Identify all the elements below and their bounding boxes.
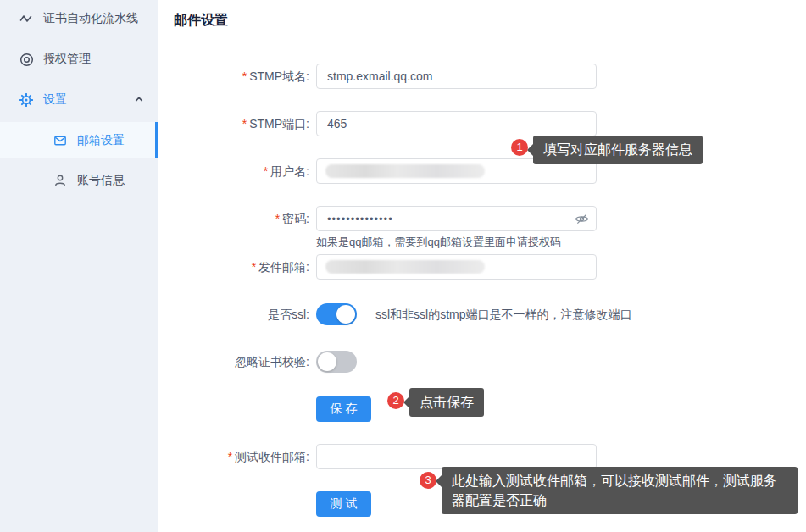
test-email-label: *测试收件邮箱: bbox=[158, 444, 309, 469]
password-input[interactable] bbox=[316, 206, 597, 231]
ssl-toggle[interactable] bbox=[316, 303, 357, 325]
password-row: *密码: 如果是qq邮箱，需要到qq邮箱设置里面申请授权码 bbox=[158, 206, 806, 250]
mail-settings-form: *STMP域名: *STMP端口: *用户名: *密码: bbox=[158, 42, 806, 517]
test-button[interactable]: 测 试 bbox=[316, 491, 371, 517]
smtp-port-label: *STMP端口: bbox=[158, 111, 309, 136]
user-icon bbox=[53, 173, 68, 188]
sidebar-item-label: 授权管理 bbox=[43, 52, 91, 67]
eye-off-icon[interactable] bbox=[574, 211, 589, 226]
sidebar-item-cert-pipeline[interactable]: 证书自动化流水线 bbox=[0, 0, 158, 37]
annotation-tooltip-3: 此处输入测试收件邮箱，可以接收测试邮件，测试服务器配置是否正确 bbox=[442, 467, 798, 514]
smtp-domain-row: *STMP域名: bbox=[158, 64, 806, 89]
sidebar-item-label: 设置 bbox=[43, 92, 67, 108]
sender-email-row: *发件邮箱: bbox=[158, 254, 806, 280]
sidebar-item-settings[interactable]: 设置 bbox=[0, 81, 158, 119]
save-button[interactable]: 保 存 bbox=[316, 396, 371, 422]
sidebar: 证书自动化流水线 授权管理 设置 bbox=[0, 0, 158, 532]
test-email-row: *测试收件邮箱: bbox=[158, 444, 806, 469]
sidebar-item-mailbox-settings[interactable]: 邮箱设置 bbox=[0, 122, 158, 158]
password-label: *密码: bbox=[158, 206, 309, 231]
sidebar-item-account-info[interactable]: 账号信息 bbox=[0, 162, 158, 198]
smtp-port-row: *STMP端口: bbox=[158, 111, 806, 136]
ignore-cert-row: 忽略证书校验: bbox=[158, 349, 806, 374]
page-title: 邮件设置 bbox=[158, 0, 806, 42]
redacted-value bbox=[325, 260, 485, 274]
required-star: * bbox=[275, 212, 280, 225]
chevron-up-icon bbox=[134, 93, 144, 107]
sidebar-item-label: 证书自动化流水线 bbox=[43, 11, 138, 26]
required-star: * bbox=[228, 450, 232, 463]
annotation-tooltip-1: 填写对应邮件服务器信息 bbox=[533, 136, 703, 164]
target-icon bbox=[19, 52, 34, 67]
gear-icon bbox=[19, 92, 34, 108]
toggle-knob bbox=[336, 305, 355, 324]
annotation-badge-2: 2 bbox=[387, 392, 404, 409]
sender-email-label: *发件邮箱: bbox=[158, 254, 309, 280]
sender-email-input[interactable] bbox=[316, 254, 597, 280]
ssl-hint: ssl和非ssl的stmp端口是不一样的，注意修改端口 bbox=[375, 302, 632, 327]
annotation-tooltip-2: 点击保存 bbox=[409, 388, 484, 417]
test-email-input[interactable] bbox=[316, 444, 597, 469]
mail-icon bbox=[53, 133, 68, 148]
sidebar-item-label: 账号信息 bbox=[77, 173, 125, 188]
required-star: * bbox=[264, 164, 268, 178]
ssl-label: 是否ssl: bbox=[158, 302, 309, 327]
sidebar-item-auth-management[interactable]: 授权管理 bbox=[0, 41, 158, 78]
smtp-port-input[interactable] bbox=[316, 111, 597, 136]
username-row: *用户名: bbox=[158, 158, 806, 184]
annotation-badge-3: 3 bbox=[420, 472, 436, 489]
required-star: * bbox=[242, 69, 247, 83]
smtp-domain-label: *STMP域名: bbox=[158, 64, 309, 89]
annotation-badge-1: 1 bbox=[511, 139, 528, 156]
main-content: 邮件设置 *STMP域名: *STMP端口: *用户名: *密码: bbox=[158, 0, 806, 532]
sidebar-item-label: 邮箱设置 bbox=[77, 133, 125, 148]
toggle-knob bbox=[318, 352, 336, 371]
ignore-cert-label: 忽略证书校验: bbox=[158, 349, 309, 374]
required-star: * bbox=[252, 260, 256, 274]
required-star: * bbox=[242, 117, 247, 130]
redacted-value bbox=[325, 164, 485, 178]
username-label: *用户名: bbox=[158, 158, 309, 184]
ignore-cert-toggle[interactable] bbox=[316, 351, 357, 373]
smtp-domain-input[interactable] bbox=[316, 64, 597, 89]
ssl-row: 是否ssl: ssl和非ssl的stmp端口是不一样的，注意修改端口 bbox=[158, 302, 806, 327]
activity-icon bbox=[19, 11, 34, 26]
password-hint: 如果是qq邮箱，需要到qq邮箱设置里面申请授权码 bbox=[316, 235, 597, 250]
